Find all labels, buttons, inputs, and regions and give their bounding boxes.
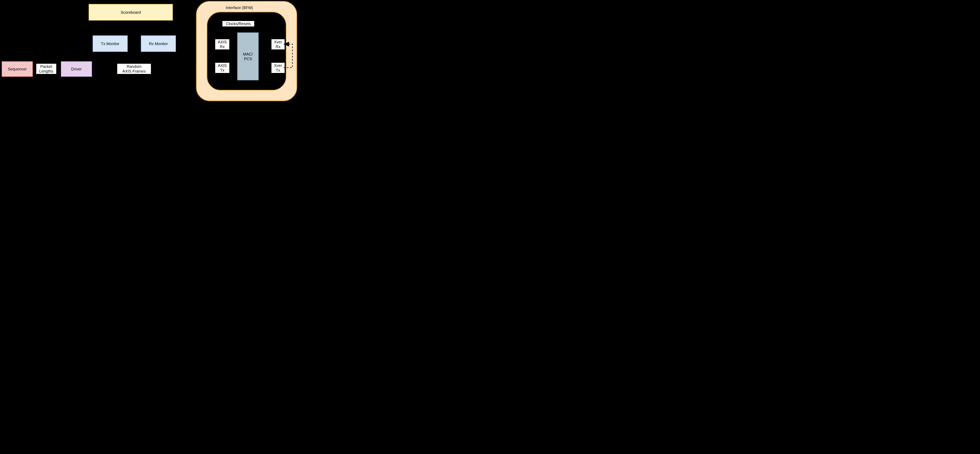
sequencer-block: Sequencer [2, 61, 33, 77]
mac-pcs-label: MAC/ PCS [243, 52, 253, 61]
driver-label: Driver [71, 67, 81, 72]
packet-lengths-label: Packet Lengths [36, 64, 56, 74]
rx-monitor-label: Rx Monitor [149, 41, 168, 46]
diagram-canvas: Scoreboard Tx Monitor Rx Monitor Sequenc… [0, 0, 299, 102]
driver-block: Driver [61, 61, 92, 77]
xver-tx-label: Xver Tx [272, 63, 285, 73]
xver-rx-label: Xver Rx [272, 39, 285, 49]
rx-monitor-block: Rx Monitor [141, 35, 176, 52]
random-axis-frames-label: Random AXIS Frames [117, 64, 151, 74]
mac-pcs-block: MAC/ PCS [237, 32, 259, 80]
interface-bfm-label: Interface (BFM) [221, 5, 257, 10]
axis-tx-label: AXIS Tx [215, 63, 229, 73]
clocks-resets-label: Clocks/Resets [223, 21, 254, 27]
axis-rx-label: AXIS Rx [215, 39, 229, 49]
scoreboard-label: Scoreboard [121, 10, 141, 15]
tx-monitor-block: Tx Monitor [92, 35, 128, 52]
sequencer-label: Sequencer [8, 67, 27, 72]
tx-monitor-label: Tx Monitor [101, 41, 119, 46]
scoreboard-block: Scoreboard [89, 4, 173, 21]
